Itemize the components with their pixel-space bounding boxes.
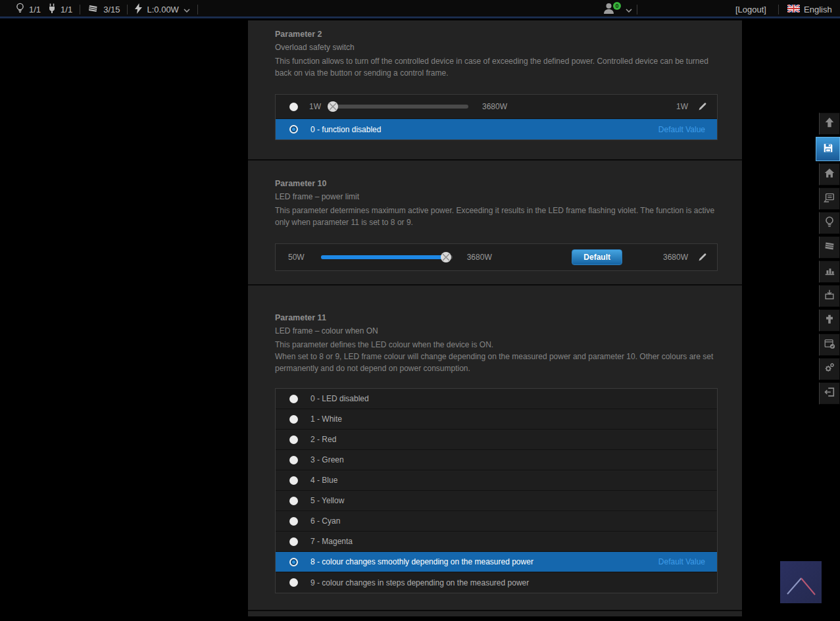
radio-icon[interactable] [289, 578, 298, 587]
radio-icon[interactable] [289, 537, 298, 546]
radio-icon[interactable] [289, 435, 298, 444]
topbar-separator [80, 5, 80, 14]
parameter-11-description-2: When set to 8 or 9, LED frame colour wil… [275, 351, 718, 374]
parameter-2-option-0[interactable]: 0 - function disabled Default Value [276, 119, 717, 139]
logo-right-line [801, 578, 815, 595]
slider-max-label: 3680W [467, 253, 492, 262]
parameter-11-option-4[interactable]: 4 - Blue [276, 470, 717, 491]
option-label: 6 - Cyan [310, 516, 340, 526]
language-label: English [804, 5, 832, 14]
topbar-separator [197, 5, 198, 14]
bar-chart-icon [824, 264, 835, 279]
parameter-10-value: 3680W [663, 253, 688, 262]
parameter-11-option-7[interactable]: 7 - Magenta [276, 532, 717, 552]
default-value-label: Default Value [658, 125, 708, 134]
puzzle-icon [824, 313, 835, 328]
power-label: L:0.00W [147, 5, 178, 14]
home-icon [824, 167, 835, 182]
edit-pencil-icon[interactable] [697, 101, 708, 112]
radio-icon[interactable] [289, 415, 298, 424]
parameter-11-option-5[interactable]: 5 - Yellow [276, 491, 717, 511]
parameter-10-slider[interactable] [321, 255, 453, 259]
parameter-11-option-6[interactable]: 6 - Cyan [276, 511, 717, 532]
lightning-icon [135, 3, 142, 16]
device-parameters-panel: Parameter 2 Overload safety switch This … [248, 20, 742, 616]
exit-door-icon [824, 386, 835, 401]
topbar-power-dropdown[interactable]: L:0.00W [135, 3, 189, 16]
logout-label: [Logout] [735, 5, 766, 14]
parameter-11-option-1[interactable]: 1 - White [276, 409, 717, 430]
radio-icon[interactable] [289, 395, 298, 403]
radio-icon[interactable] [289, 476, 298, 485]
radio-selected-icon[interactable] [289, 558, 298, 566]
option-label: 1 - White [310, 414, 342, 424]
default-button[interactable]: Default [572, 249, 622, 265]
slider-handle[interactable] [440, 252, 451, 263]
logo-left-line [787, 578, 801, 594]
parameter-10-section: Parameter 10 LED frame – power limit Thi… [248, 161, 742, 284]
exit-button[interactable] [819, 382, 840, 405]
parameter-11-option-list: 0 - LED disabled1 - White2 - Red3 - Gree… [275, 388, 718, 593]
option-label: 9 - colour changes in steps depending on… [310, 578, 529, 587]
side-toolbar [818, 112, 840, 407]
settings-button[interactable] [819, 358, 840, 380]
parameter-11-option-0[interactable]: 0 - LED disabled [276, 389, 717, 409]
radio-icon[interactable] [289, 497, 298, 505]
topbar-plug-counter[interactable]: 1/1 [48, 3, 72, 16]
measurements-button[interactable] [819, 261, 840, 283]
default-value-label: Default Value [658, 557, 708, 566]
channels-button[interactable] [819, 187, 840, 210]
topbar-separator [127, 5, 128, 14]
parameter-2-subtitle: Overload safety switch [275, 43, 718, 52]
next-section-edge [248, 611, 742, 616]
firmware-update-button[interactable] [819, 285, 840, 307]
topbar-bulb-counter[interactable]: 1/1 [16, 3, 41, 16]
option-label: 0 - function disabled [310, 125, 381, 134]
save-button[interactable] [816, 137, 840, 161]
radio-icon[interactable] [289, 517, 298, 526]
edit-pencil-icon[interactable] [697, 252, 708, 262]
save-floppy-icon [822, 142, 834, 157]
parameter-10-slider-row: 50W 3680W Default 3680W [276, 244, 717, 270]
radio-icon[interactable] [289, 456, 298, 464]
parameter-2-title: Parameter 2 [275, 30, 718, 39]
scroll-top-button[interactable] [819, 112, 840, 135]
slider-handle[interactable] [328, 101, 339, 112]
parameter-2-description: This function allows to turn off the con… [275, 55, 718, 79]
parameter-11-title: Parameter 11 [275, 313, 718, 322]
parameter-11-option-3[interactable]: 3 - Green [276, 450, 717, 470]
box-download-icon [824, 289, 835, 303]
topbar: 1/1 1/1 3/15 L:0.00W [0, 0, 840, 18]
roller-shutter-button[interactable] [819, 236, 840, 259]
home-button[interactable] [819, 163, 840, 186]
lighting-button[interactable] [819, 212, 840, 234]
schedule-button[interactable] [819, 334, 840, 356]
option-label: 7 - Magenta [310, 537, 353, 546]
parameter-2-slider[interactable] [329, 105, 468, 109]
parameter-2-value: 1W [676, 102, 688, 111]
parameter-11-option-9[interactable]: 9 - colour changes in steps depending on… [276, 572, 717, 593]
parameter-2-slider-row: 1W 3680W 1W [276, 95, 717, 119]
bulb-count: 1/1 [29, 5, 41, 14]
parameter-10-description: This parameter determines maximum active… [275, 205, 718, 228]
radio-selected-icon[interactable] [289, 125, 298, 134]
brand-logo[interactable] [780, 561, 822, 603]
language-selector[interactable]: English [787, 0, 832, 18]
calendar-check-icon [824, 337, 835, 352]
parameter-11-option-2[interactable]: 2 - Red [276, 430, 717, 450]
parameter-11-option-8[interactable]: 8 - colour changes smoothly depending on… [276, 552, 717, 572]
plug-count: 1/1 [61, 5, 72, 14]
parameter-10-control-group: 50W 3680W Default 3680W [275, 243, 718, 271]
parameter-2-custom-radio[interactable] [289, 103, 298, 111]
parameter-11-description-1: This parameter defines the LED colour wh… [275, 339, 718, 351]
topbar-shutter-counter[interactable]: 3/15 [87, 4, 120, 15]
parameter-2-control-group: 1W 3680W 1W 0 - function disabled Defaul… [275, 94, 718, 140]
logout-link[interactable]: [Logout] [735, 0, 766, 18]
device-module-icon [824, 191, 835, 206]
user-menu[interactable]: 0 [603, 0, 632, 18]
uk-flag-icon [787, 5, 800, 14]
option-label: 5 - Yellow [310, 496, 344, 505]
option-label: 2 - Red [310, 435, 336, 444]
slider-min-label: 1W [309, 102, 321, 111]
integrations-button[interactable] [819, 309, 840, 332]
